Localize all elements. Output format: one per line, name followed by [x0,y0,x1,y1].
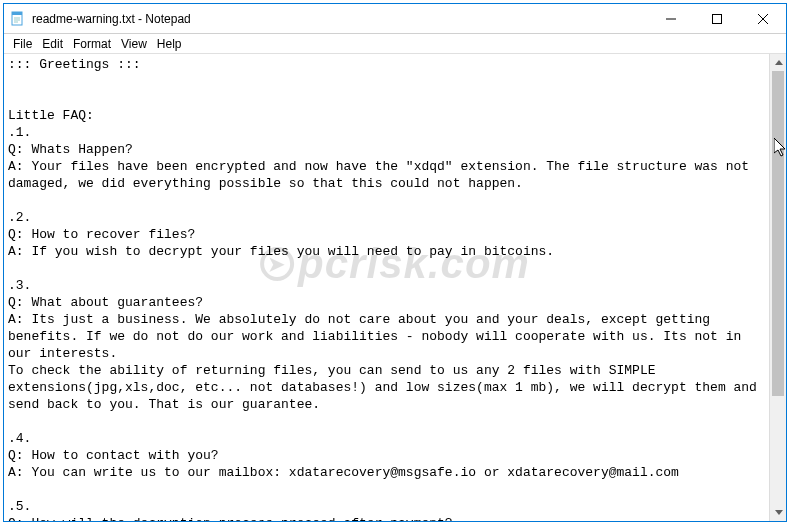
scroll-up-arrow-icon[interactable] [770,54,786,71]
maximize-button[interactable] [694,4,740,33]
window-title: readme-warning.txt - Notepad [32,12,191,26]
close-button[interactable] [740,4,786,33]
svg-rect-1 [12,12,22,15]
scroll-thumb[interactable] [772,71,784,396]
notepad-window: readme-warning.txt - Notepad File Edit F… [3,3,787,522]
menu-view[interactable]: View [116,37,152,51]
menu-help[interactable]: Help [152,37,187,51]
menu-edit[interactable]: Edit [37,37,68,51]
menu-file[interactable]: File [8,37,37,51]
content-wrap: ::: Greetings ::: Little FAQ: .1. Q: Wha… [4,54,786,521]
notepad-icon [10,11,26,27]
minimize-button[interactable] [648,4,694,33]
scroll-down-arrow-icon[interactable] [770,504,786,521]
vertical-scrollbar[interactable] [769,54,786,521]
menubar: File Edit Format View Help [4,34,786,54]
scroll-track[interactable] [770,71,786,504]
window-controls [648,4,786,33]
text-area[interactable]: ::: Greetings ::: Little FAQ: .1. Q: Wha… [4,54,769,521]
svg-rect-6 [713,14,722,23]
titlebar-left: readme-warning.txt - Notepad [4,11,191,27]
titlebar[interactable]: readme-warning.txt - Notepad [4,4,786,34]
menu-format[interactable]: Format [68,37,116,51]
